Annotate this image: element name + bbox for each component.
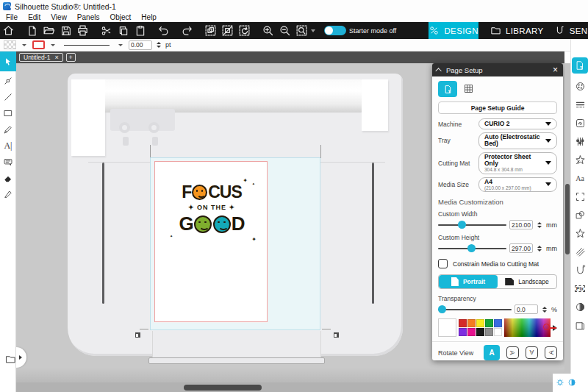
transform-panel-button[interactable]: [572, 133, 588, 149]
constrain-checkbox[interactable]: [438, 259, 448, 268]
rotate-view-0-button[interactable]: A: [484, 345, 500, 360]
menu-view[interactable]: View: [51, 13, 67, 21]
print-button[interactable]: [74, 22, 91, 39]
text-style-panel-button[interactable]: Aa: [572, 170, 588, 186]
menu-object[interactable]: Object: [110, 13, 131, 21]
slider-thumb[interactable]: [467, 244, 476, 252]
custom-height-stepper[interactable]: [537, 246, 542, 252]
rotate-view-270-button[interactable]: A: [545, 346, 557, 359]
note-tool[interactable]: [0, 154, 16, 169]
zoom-out-button[interactable]: [276, 22, 293, 39]
close-panel-icon[interactable]: ×: [553, 65, 558, 75]
stroke-width-stepper[interactable]: [157, 42, 161, 48]
draw-tool[interactable]: [0, 122, 16, 137]
palette-swatch[interactable]: [459, 328, 467, 336]
rectangle-tool[interactable]: [0, 106, 16, 121]
paste-button[interactable]: [132, 22, 148, 39]
color-spectrum-picker[interactable]: [504, 318, 551, 337]
line-tool[interactable]: [0, 90, 16, 104]
copy-button[interactable]: [115, 22, 132, 39]
slider-thumb[interactable]: [458, 221, 466, 229]
undo-button[interactable]: [155, 22, 172, 39]
modify-panel-button[interactable]: [572, 207, 588, 223]
select-rotate-button[interactable]: [236, 22, 253, 39]
cutting-mat-dropdown[interactable]: Protector Sheet Only304.8 x 304.8 mm: [478, 152, 557, 174]
offset-panel-button[interactable]: [572, 152, 588, 168]
save-button[interactable]: [57, 22, 74, 39]
fill-color-swatch[interactable]: [4, 40, 16, 49]
horizontal-scrollbar-thumb[interactable]: [184, 385, 262, 391]
document-tab[interactable]: Untitled-1 ×: [19, 53, 63, 62]
palette-swatch[interactable]: [467, 328, 476, 336]
settings-gear-icon[interactable]: [556, 378, 564, 388]
zoom-selection-button[interactable]: [293, 22, 310, 39]
custom-width-slider[interactable]: [438, 224, 506, 226]
vertical-scrollbar[interactable]: [564, 63, 570, 382]
send-area-panel-button[interactable]: [572, 262, 588, 278]
new-document-button[interactable]: [24, 22, 40, 39]
focus-on-the-good-artwork[interactable]: ✦ ✦ F CUS ✦ ON THE ✦ G D: [162, 182, 261, 235]
palette-swatch[interactable]: [459, 319, 467, 327]
tray-dropdown[interactable]: Auto (Electrostatic Bed): [478, 132, 557, 149]
media-page[interactable]: ✦ ✦ F CUS ✦ ON THE ✦ G D: [154, 161, 268, 322]
eraser-tool[interactable]: [0, 171, 16, 185]
custom-height-input[interactable]: [509, 243, 533, 253]
close-tab-icon[interactable]: ×: [54, 54, 58, 61]
menu-file[interactable]: File: [6, 13, 18, 21]
panel-tab-page[interactable]: [438, 81, 457, 97]
menu-edit[interactable]: Edit: [28, 13, 40, 21]
selection-frame-button[interactable]: [572, 188, 588, 204]
eyedropper-icon[interactable]: [553, 325, 557, 331]
redo-button[interactable]: [179, 22, 196, 39]
custom-width-input[interactable]: [509, 220, 533, 229]
fill-panel-button[interactable]: [572, 78, 588, 94]
image-effects-panel-button[interactable]: [572, 115, 588, 131]
palette-swatch[interactable]: [476, 319, 484, 327]
horizontal-scrollbar[interactable]: [16, 382, 564, 392]
open-button[interactable]: [40, 22, 57, 39]
trace-panel-button[interactable]: [572, 299, 588, 315]
toggle-switch-icon[interactable]: [324, 26, 346, 35]
tab-library[interactable]: LIBRARY: [490, 22, 544, 39]
add-tab-button[interactable]: +: [66, 53, 76, 62]
custom-height-slider[interactable]: [438, 248, 506, 249]
collapse-panel-icon[interactable]: [435, 68, 441, 74]
palette-swatch[interactable]: [494, 328, 502, 336]
page-setup-guide-button[interactable]: Page Setup Guide: [438, 101, 557, 114]
select-duplicate-button[interactable]: [202, 22, 219, 39]
palette-swatch[interactable]: [485, 319, 493, 327]
menu-panels[interactable]: Panels: [77, 13, 100, 21]
stroke-color-caret-icon[interactable]: [51, 44, 55, 46]
custom-width-stepper[interactable]: [537, 222, 542, 228]
fill-color-caret-icon[interactable]: [22, 44, 26, 46]
palette-swatch[interactable]: [494, 319, 502, 327]
theme-contrast-icon[interactable]: [567, 378, 576, 388]
slider-thumb[interactable]: [438, 305, 446, 313]
palette-swatch[interactable]: [467, 319, 476, 327]
stroke-color-swatch[interactable]: [32, 40, 45, 49]
pixscan-panel-button[interactable]: Pix: [572, 280, 588, 296]
transparency-stepper[interactable]: [542, 307, 547, 313]
select-tool[interactable]: [0, 51, 16, 71]
tab-send[interactable]: SEND: [554, 22, 588, 39]
palette-swatch[interactable]: [476, 328, 484, 336]
transparency-input[interactable]: [514, 304, 538, 314]
menu-help[interactable]: Help: [141, 13, 157, 21]
tab-design[interactable]: DESIGN: [429, 22, 478, 39]
flip-panel-button[interactable]: [572, 317, 588, 333]
star-panel-button[interactable]: [572, 225, 588, 241]
point-edit-tool[interactable]: [0, 74, 16, 88]
palette-swatch[interactable]: [485, 328, 493, 336]
rotate-view-180-button[interactable]: A: [526, 346, 538, 359]
rotate-view-90-button[interactable]: A: [506, 346, 519, 359]
spectrum-picker-circle-icon[interactable]: [543, 324, 550, 330]
zoom-in-button[interactable]: [259, 22, 276, 39]
media-size-dropdown[interactable]: A4(210.00 x 297.00 mm): [478, 177, 557, 192]
text-tool[interactable]: A|: [0, 138, 16, 153]
home-button[interactable]: [0, 22, 17, 39]
current-color-swatch[interactable]: [438, 318, 456, 337]
page-setup-panel-button[interactable]: [572, 57, 588, 74]
zoom-options-caret-icon[interactable]: [311, 29, 315, 32]
line-style-caret-icon[interactable]: [118, 44, 123, 46]
vertical-scrollbar-thumb[interactable]: [565, 184, 570, 254]
